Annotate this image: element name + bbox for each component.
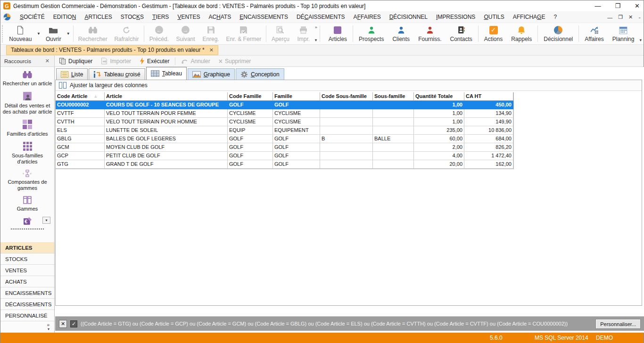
new-button[interactable]: Nouveau bbox=[6, 23, 35, 44]
menu-item[interactable]: STOCKS bbox=[116, 12, 148, 22]
menu-item[interactable]: VENTES bbox=[173, 12, 204, 22]
menu-item[interactable]: ENCAISSEMENTS bbox=[235, 12, 292, 22]
column-header-ca-ht[interactable]: CA HT bbox=[464, 92, 513, 101]
menu-item[interactable]: ARTICLES bbox=[80, 12, 116, 22]
filter-close-button[interactable]: ✕ bbox=[59, 320, 67, 328]
open-dropdown-arrow[interactable]: ▼ bbox=[65, 32, 72, 36]
shortcut-gammes[interactable]: Gammes bbox=[0, 196, 54, 212]
shortcut-familles-articles[interactable]: Familles d'articles bbox=[0, 120, 54, 137]
shortcut-search-article[interactable]: Rechercher un article bbox=[0, 71, 54, 87]
tab-liste[interactable]: Liste bbox=[56, 68, 88, 80]
minimize-button[interactable]: — bbox=[594, 3, 601, 9]
duplicate-button[interactable]: Dupliquer bbox=[55, 56, 97, 66]
shortcut-tarifs[interactable]: € ▼ bbox=[0, 217, 54, 229]
close-button[interactable]: ✕ bbox=[635, 3, 640, 9]
import-button[interactable]: Importer bbox=[97, 56, 135, 66]
menu-item[interactable]: TIERS bbox=[148, 12, 173, 22]
deals-button[interactable]: Affaires bbox=[580, 23, 608, 44]
prospects-button[interactable]: Prospects bbox=[355, 23, 388, 44]
column-header-famille[interactable]: Famille bbox=[273, 92, 320, 101]
shortcuts-panel-close-icon[interactable]: ✕ bbox=[45, 58, 50, 64]
table-row[interactable]: GCM MOYEN CLUB DE GOLF GOLF GOLF 2,00 82… bbox=[56, 143, 513, 152]
sidebar-category[interactable]: ACHATS bbox=[0, 276, 54, 287]
reminders-button[interactable]: Rappels bbox=[507, 23, 536, 44]
clients-button[interactable]: Clients bbox=[388, 23, 414, 44]
table-row[interactable]: CVTTH VELO TOUT TERRAIN POUR HOMME CYCLI… bbox=[56, 118, 513, 126]
new-dropdown-arrow[interactable]: ▼ bbox=[35, 32, 42, 36]
sidebar-category[interactable]: ARTICLES bbox=[0, 242, 54, 253]
filter-checkbox[interactable]: ✓ bbox=[70, 320, 77, 327]
column-header-code-article[interactable]: Code Article▵ bbox=[56, 92, 105, 101]
contacts-button[interactable]: Contacts bbox=[446, 23, 476, 44]
mdi-extra-icon[interactable]: ₌ bbox=[638, 15, 641, 20]
execute-button[interactable]: Exécuter bbox=[135, 56, 173, 66]
sidebar-category[interactable]: PERSONNALISÉ bbox=[0, 310, 54, 321]
app-pie-icon[interactable] bbox=[3, 13, 11, 21]
database-server-label: MS SQL Server 2014 bbox=[535, 335, 588, 341]
toolbar-overflow[interactable]: » ▾ bbox=[314, 23, 318, 44]
column-header-sous-famille[interactable]: Sous-famille bbox=[373, 92, 414, 101]
table-row[interactable]: GCP PETIT CLUB DE GOLF GOLF GOLF 4,00 1 … bbox=[56, 152, 513, 160]
shortcut-detail-ventes-achats[interactable]: Détail des ventes et des achats par arti… bbox=[0, 91, 54, 115]
table-row[interactable]: GBLG BALLES DE GOLF LEGERES GOLF GOLF B … bbox=[56, 135, 513, 143]
document-tab[interactable]: Tableaux de bord : VENTES - Palmares pro… bbox=[6, 45, 218, 55]
shortcut-sous-familles-articles[interactable]: Sous-familles d'articles bbox=[0, 142, 54, 165]
tab-conception[interactable]: Conception bbox=[236, 68, 284, 80]
actions-button[interactable]: ✓ Actions bbox=[480, 23, 507, 44]
toolbar-right-overflow[interactable]: ▾ bbox=[638, 23, 644, 44]
menu-item[interactable]: DÉCISIONNEL bbox=[385, 12, 432, 22]
tab-tableau[interactable]: Tableau bbox=[146, 67, 187, 80]
customize-button[interactable]: Personnaliser... bbox=[595, 319, 641, 329]
print-button[interactable]: Impr. bbox=[293, 23, 314, 44]
sidebar-category[interactable]: STOCKS bbox=[0, 253, 54, 265]
save-button[interactable]: Enreg. bbox=[198, 23, 223, 44]
mdi-restore-button[interactable]: ❐ bbox=[618, 14, 623, 20]
adjust-columns-button[interactable]: Ajuster la largeur des colonnes bbox=[56, 80, 642, 91]
column-header-code-famille[interactable]: Code Famille bbox=[228, 92, 273, 101]
column-header-quantite-totale[interactable]: Quantité Totale bbox=[414, 92, 464, 101]
delete-button[interactable]: × Supprimer bbox=[215, 56, 256, 66]
menu-item[interactable]: ? bbox=[549, 12, 561, 22]
restore-button[interactable]: ❐ bbox=[615, 3, 620, 9]
sidebar-category[interactable]: VENTES bbox=[0, 265, 54, 276]
mdi-minimize-button[interactable]: — bbox=[607, 15, 612, 20]
sidebar-category[interactable]: DÉCAISSEMENTS bbox=[0, 299, 54, 310]
table-cell-article: MOYEN CLUB DE GOLF bbox=[105, 143, 228, 152]
planning-button[interactable]: Planning bbox=[608, 23, 639, 44]
open-button[interactable]: Ouvrir bbox=[42, 23, 65, 44]
menu-item[interactable]: DÉCAISSEMENTS bbox=[292, 12, 349, 22]
undo-button[interactable]: Annuler bbox=[177, 56, 214, 66]
menu-item[interactable]: AFFICHAGE bbox=[509, 12, 550, 22]
shortcut-composantes-gammes[interactable]: ›‹ Composantes de gammes bbox=[0, 170, 54, 191]
column-header-article[interactable]: Article bbox=[105, 92, 228, 101]
menu-item[interactable]: EDITION bbox=[49, 12, 81, 22]
shortcut-dropdown-button[interactable]: ▼ bbox=[42, 217, 50, 224]
mdi-close-button[interactable]: ✕ bbox=[628, 14, 633, 20]
menu-item[interactable]: ACHATS bbox=[204, 12, 235, 22]
menu-item[interactable]: IMPRESSIONS bbox=[432, 12, 479, 22]
table-row[interactable]: COU0000002 COURS DE GOLF - 10 SEANCES DE… bbox=[56, 101, 513, 109]
next-button[interactable]: → Suivant bbox=[173, 23, 199, 44]
decisional-button[interactable]: Décisionnel bbox=[539, 23, 577, 44]
save-close-button[interactable]: Enr. & Fermer bbox=[223, 23, 264, 44]
menu-item[interactable]: OUTILS bbox=[479, 12, 508, 22]
sidebar-collapse-control[interactable]: » ▾ bbox=[0, 321, 54, 333]
document-tab-close-icon[interactable]: ✕ bbox=[209, 47, 214, 53]
menu-item[interactable]: SOCIÉTÉ bbox=[16, 12, 49, 22]
sidebar-category[interactable]: ENCAISSEMENTS bbox=[0, 287, 54, 299]
tab-graphique[interactable]: Graphique bbox=[188, 68, 235, 80]
save-close-icon bbox=[239, 25, 248, 35]
table-row[interactable]: ELS LUNETTE DE SOLEIL EQUIP EQUIPEMENT 2… bbox=[56, 126, 513, 135]
tab-tableau-croise[interactable]: Tableau croisé bbox=[89, 68, 145, 80]
column-header-code-sous-famille[interactable]: Code Sous-famille bbox=[320, 92, 373, 101]
refresh-button[interactable]: Rafraîchir bbox=[111, 23, 142, 44]
articles-button[interactable]: Articles bbox=[324, 23, 351, 44]
table-row[interactable]: CVTTF VELO TOUT TERRAIN POUR FEMME CYCLI… bbox=[56, 109, 513, 118]
suppliers-button[interactable]: Fourniss. bbox=[414, 23, 446, 44]
search-button[interactable]: Rechercher bbox=[75, 23, 111, 44]
menu-item[interactable]: AFFAIRES bbox=[349, 12, 385, 22]
table-row[interactable]: GTG GRAND T DE GOLF GOLF GOLF 20,00 162,… bbox=[56, 160, 513, 169]
table-cell-article: LUNETTE DE SOLEIL bbox=[105, 126, 228, 135]
previous-button[interactable]: ← Précéd. bbox=[146, 23, 173, 44]
preview-button[interactable]: Aperçu bbox=[268, 23, 293, 44]
